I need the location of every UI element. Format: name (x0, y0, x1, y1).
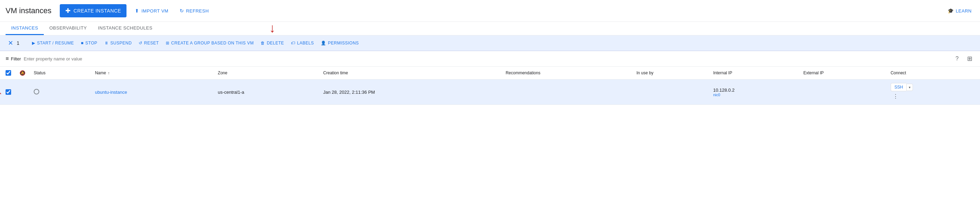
stop-icon: ■ (81, 41, 84, 46)
refresh-button[interactable]: ↻ REFRESH (177, 6, 212, 16)
row-connect-cell: SSH ▾ ⋮ (886, 79, 980, 105)
permissions-label: PERMISSIONS (328, 41, 359, 46)
group-icon: ⊞ (166, 41, 170, 46)
page-title: VM instances (6, 6, 51, 15)
create-group-label: CREATE A GROUP BASED ON THIS VM (171, 41, 254, 46)
create-instance-label: CREATE INSTANCE (74, 8, 121, 14)
ssh-group: SSH ▾ (891, 83, 976, 91)
row-recommendations-cell (501, 79, 633, 105)
create-instance-button[interactable]: ✚ CREATE INSTANCE (60, 4, 127, 17)
delete-icon: 🗑 (261, 41, 265, 46)
reset-button[interactable]: ↺ RESET (136, 38, 162, 48)
stop-button[interactable]: ■ STOP (78, 38, 100, 48)
col-bell: 🔕 (15, 67, 30, 79)
more-vert-icon: ⋮ (893, 93, 898, 100)
filter-row: ≡ Filter ? ⊞ (0, 51, 980, 67)
labels-button[interactable]: 🏷 LABELS (288, 38, 317, 48)
permissions-button[interactable]: 👤 PERMISSIONS (318, 38, 361, 48)
suspend-icon: ⏸ (104, 41, 109, 46)
labels-label: LABELS (297, 41, 314, 46)
delete-button[interactable]: 🗑 DELETE (258, 38, 287, 48)
action-toolbar: ✕ 1 ▶ START / RESUME ■ STOP ⏸ SUSPEND ↺ … (0, 35, 980, 51)
annotation-arrow-left: ↖ (0, 87, 2, 97)
delete-button-container: ↓ 🗑 DELETE (258, 38, 287, 48)
row-bell-cell (15, 79, 30, 105)
learn-label: LEARN (956, 8, 972, 14)
col-connect-header: Connect (886, 67, 980, 79)
reset-icon: ↺ (138, 41, 143, 46)
start-resume-button[interactable]: ▶ START / RESUME (29, 38, 77, 48)
select-all-checkbox[interactable] (6, 70, 11, 76)
tab-instance-schedules[interactable]: INSTANCE SCHEDULES (92, 22, 158, 35)
import-icon: ⬆ (135, 8, 139, 14)
header-row: VM instances ✚ CREATE INSTANCE ⬆ IMPORT … (0, 0, 980, 22)
nic-link[interactable]: nic0 (713, 93, 795, 97)
tabs-row: INSTANCES OBSERVABILITY INSTANCE SCHEDUL… (0, 22, 980, 35)
row-checkbox[interactable] (6, 89, 11, 95)
deselect-button[interactable]: ✕ (6, 38, 15, 48)
filter-actions: ? ⊞ (952, 54, 974, 63)
col-status-header: Status (30, 67, 91, 79)
chevron-down-icon: ▾ (909, 86, 910, 89)
help-button[interactable]: ? (952, 54, 962, 63)
import-vm-label: IMPORT VM (142, 8, 169, 14)
table-header-row: 🔕 Status Name ↑ Zone Creation time (0, 67, 980, 79)
columns-icon: ⊞ (967, 55, 972, 62)
row-name-cell: ubuntu-instance (91, 79, 214, 105)
row-external-ip-cell (799, 79, 886, 105)
start-resume-label: START / RESUME (37, 41, 74, 46)
suspend-button[interactable]: ⏸ SUSPEND (102, 38, 135, 48)
row-internal-ip-cell: 10.128.0.2 nic0 (709, 79, 799, 105)
import-vm-button[interactable]: ⬆ IMPORT VM (132, 6, 171, 16)
table-container: 🔕 Status Name ↑ Zone Creation time (0, 67, 980, 105)
col-creation-time-header: Creation time (319, 67, 501, 79)
suspend-label: SUSPEND (110, 41, 132, 46)
tab-instances[interactable]: INSTANCES (6, 22, 44, 35)
help-icon: ? (956, 56, 959, 62)
learn-button[interactable]: 🎓 LEARN (945, 6, 974, 16)
row-zone-cell: us-central1-a (214, 79, 319, 105)
tab-observability[interactable]: OBSERVABILITY (44, 22, 92, 35)
col-checkbox (0, 67, 15, 79)
delete-label: DELETE (267, 41, 284, 46)
selection-count: 1 (17, 40, 25, 46)
col-external-ip-header: External IP (799, 67, 886, 79)
instances-table: 🔕 Status Name ↑ Zone Creation time (0, 67, 980, 105)
col-in-use-by-header: In use by (633, 67, 709, 79)
table-row: ↖ ubuntu-instance us-central1-a Jan 28, … (0, 79, 980, 105)
refresh-icon: ↻ (180, 8, 184, 14)
row-in-use-by-cell (633, 79, 709, 105)
row-creation-time-cell: Jan 28, 2022, 2:11:36 PM (319, 79, 501, 105)
close-icon: ✕ (8, 39, 13, 47)
learn-icon: 🎓 (948, 8, 954, 14)
create-icon: ✚ (65, 7, 71, 14)
ssh-button[interactable]: SSH (891, 83, 907, 91)
status-stopped-icon (34, 89, 39, 94)
col-recommendations-header: Recommendations (501, 67, 633, 79)
filter-label: ≡ Filter (6, 56, 21, 62)
reset-label: RESET (144, 41, 159, 46)
permissions-icon: 👤 (321, 41, 326, 46)
columns-button[interactable]: ⊞ (965, 54, 974, 63)
bell-off-icon: 🔕 (19, 70, 25, 76)
create-group-button[interactable]: ⊞ CREATE A GROUP BASED ON THIS VM (163, 38, 256, 48)
labels-icon: 🏷 (291, 41, 295, 46)
instance-name-link[interactable]: ubuntu-instance (95, 90, 127, 95)
row-checkbox-cell: ↖ (0, 79, 15, 105)
sort-arrow-icon: ↑ (108, 71, 110, 75)
stop-label: STOP (86, 41, 97, 46)
col-name-header[interactable]: Name ↑ (91, 67, 214, 79)
filter-input[interactable] (24, 56, 950, 62)
filter-icon: ≡ (6, 56, 9, 62)
play-icon: ▶ (32, 41, 35, 46)
ssh-dropdown-button[interactable]: ▾ (906, 84, 913, 91)
row-status-cell (30, 79, 91, 105)
more-options-button[interactable]: ⋮ (891, 91, 900, 101)
col-zone-header: Zone (214, 67, 319, 79)
refresh-label: REFRESH (186, 8, 209, 14)
col-internal-ip-header: Internal IP (709, 67, 799, 79)
